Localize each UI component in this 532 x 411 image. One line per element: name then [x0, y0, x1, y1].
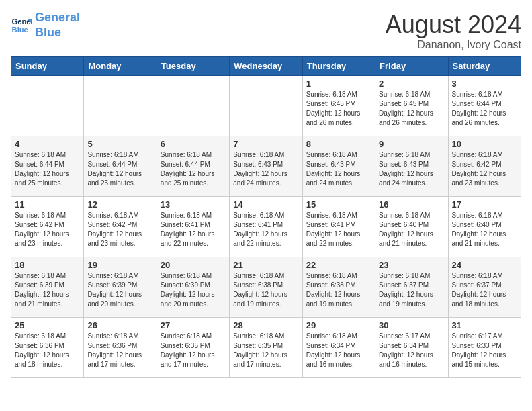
weekday-header: Tuesday	[157, 57, 229, 76]
calendar-cell: 2Sunrise: 6:18 AM Sunset: 6:45 PM Daylig…	[375, 76, 448, 136]
day-info: Sunrise: 6:18 AM Sunset: 6:45 PM Dayligh…	[306, 90, 371, 128]
day-info: Sunrise: 6:18 AM Sunset: 6:39 PM Dayligh…	[161, 271, 226, 309]
calendar-cell: 23Sunrise: 6:18 AM Sunset: 6:37 PM Dayli…	[375, 257, 448, 318]
day-number: 8	[306, 139, 371, 149]
day-info: Sunrise: 6:18 AM Sunset: 6:35 PM Dayligh…	[161, 332, 226, 369]
calendar-cell: 10Sunrise: 6:18 AM Sunset: 6:42 PM Dayli…	[448, 136, 521, 197]
day-info: Sunrise: 6:17 AM Sunset: 6:34 PM Dayligh…	[379, 332, 444, 369]
day-info: Sunrise: 6:18 AM Sunset: 6:44 PM Dayligh…	[452, 90, 517, 128]
calendar-cell: 18Sunrise: 6:18 AM Sunset: 6:39 PM Dayli…	[11, 257, 84, 318]
weekday-header: Wednesday	[230, 57, 302, 76]
day-number: 12	[87, 199, 152, 210]
weekday-header: Monday	[84, 57, 157, 76]
location: Dananon, Ivory Coast	[386, 39, 521, 51]
svg-text:General: General	[12, 17, 32, 26]
calendar-cell: 8Sunrise: 6:18 AM Sunset: 6:43 PM Daylig…	[302, 136, 375, 197]
day-number: 23	[379, 260, 444, 270]
day-info: Sunrise: 6:18 AM Sunset: 6:38 PM Dayligh…	[233, 271, 298, 309]
day-number: 7	[233, 139, 298, 149]
calendar-cell: 7Sunrise: 6:18 AM Sunset: 6:43 PM Daylig…	[230, 136, 302, 197]
day-info: Sunrise: 6:18 AM Sunset: 6:43 PM Dayligh…	[379, 150, 444, 188]
calendar-cell: 11Sunrise: 6:18 AM Sunset: 6:42 PM Dayli…	[11, 197, 84, 257]
calendar-cell: 1Sunrise: 6:18 AM Sunset: 6:45 PM Daylig…	[302, 76, 375, 136]
calendar-cell	[157, 76, 229, 136]
calendar-header: SundayMondayTuesdayWednesdayThursdayFrid…	[11, 57, 521, 76]
day-info: Sunrise: 6:18 AM Sunset: 6:36 PM Dayligh…	[87, 332, 152, 369]
day-number: 24	[452, 260, 517, 270]
calendar-cell: 12Sunrise: 6:18 AM Sunset: 6:42 PM Dayli…	[84, 197, 157, 257]
calendar-cell: 29Sunrise: 6:18 AM Sunset: 6:34 PM Dayli…	[302, 318, 375, 378]
calendar-week-row: 4Sunrise: 6:18 AM Sunset: 6:44 PM Daylig…	[11, 136, 521, 197]
day-number: 16	[379, 199, 444, 210]
svg-text:Blue: Blue	[12, 25, 28, 33]
day-number: 11	[15, 199, 80, 210]
day-number: 15	[306, 199, 371, 210]
day-info: Sunrise: 6:18 AM Sunset: 6:42 PM Dayligh…	[87, 211, 152, 248]
day-info: Sunrise: 6:18 AM Sunset: 6:35 PM Dayligh…	[233, 332, 298, 369]
day-number: 1	[306, 79, 371, 89]
calendar-cell: 27Sunrise: 6:18 AM Sunset: 6:35 PM Dayli…	[157, 318, 229, 378]
day-number: 3	[452, 79, 517, 89]
day-info: Sunrise: 6:18 AM Sunset: 6:37 PM Dayligh…	[379, 271, 444, 309]
page-header: General Blue GeneralBlue August 2024 Dan…	[11, 11, 521, 51]
day-number: 17	[452, 199, 517, 210]
calendar-week-row: 1Sunrise: 6:18 AM Sunset: 6:45 PM Daylig…	[11, 76, 521, 136]
day-number: 27	[161, 320, 226, 330]
calendar-cell: 26Sunrise: 6:18 AM Sunset: 6:36 PM Dayli…	[84, 318, 157, 378]
weekday-header: Thursday	[302, 57, 375, 76]
month-title: August 2024	[386, 11, 521, 39]
day-info: Sunrise: 6:18 AM Sunset: 6:43 PM Dayligh…	[306, 150, 371, 188]
day-number: 19	[87, 260, 152, 270]
day-info: Sunrise: 6:18 AM Sunset: 6:40 PM Dayligh…	[452, 211, 517, 248]
day-info: Sunrise: 6:18 AM Sunset: 6:44 PM Dayligh…	[87, 150, 152, 188]
day-info: Sunrise: 6:18 AM Sunset: 6:39 PM Dayligh…	[15, 271, 80, 309]
day-info: Sunrise: 6:18 AM Sunset: 6:39 PM Dayligh…	[87, 271, 152, 309]
day-info: Sunrise: 6:17 AM Sunset: 6:33 PM Dayligh…	[452, 332, 517, 369]
calendar-cell: 24Sunrise: 6:18 AM Sunset: 6:37 PM Dayli…	[448, 257, 521, 318]
day-number: 10	[452, 139, 517, 149]
calendar-cell: 4Sunrise: 6:18 AM Sunset: 6:44 PM Daylig…	[11, 136, 84, 197]
calendar-table: SundayMondayTuesdayWednesdayThursdayFrid…	[11, 56, 521, 378]
calendar-cell: 13Sunrise: 6:18 AM Sunset: 6:41 PM Dayli…	[157, 197, 229, 257]
day-number: 29	[306, 320, 371, 330]
calendar-cell: 25Sunrise: 6:18 AM Sunset: 6:36 PM Dayli…	[11, 318, 84, 378]
calendar-cell: 14Sunrise: 6:18 AM Sunset: 6:41 PM Dayli…	[230, 197, 302, 257]
calendar-cell	[84, 76, 157, 136]
day-number: 13	[161, 199, 226, 210]
calendar-cell: 28Sunrise: 6:18 AM Sunset: 6:35 PM Dayli…	[230, 318, 302, 378]
day-info: Sunrise: 6:18 AM Sunset: 6:36 PM Dayligh…	[15, 332, 80, 369]
calendar-cell: 20Sunrise: 6:18 AM Sunset: 6:39 PM Dayli…	[157, 257, 229, 318]
day-number: 25	[15, 320, 80, 330]
day-info: Sunrise: 6:18 AM Sunset: 6:40 PM Dayligh…	[379, 211, 444, 248]
title-area: August 2024 Dananon, Ivory Coast	[386, 11, 521, 51]
calendar-cell: 16Sunrise: 6:18 AM Sunset: 6:40 PM Dayli…	[375, 197, 448, 257]
day-number: 20	[161, 260, 226, 270]
calendar-week-row: 25Sunrise: 6:18 AM Sunset: 6:36 PM Dayli…	[11, 318, 521, 378]
header-row: SundayMondayTuesdayWednesdayThursdayFrid…	[11, 57, 521, 76]
day-info: Sunrise: 6:18 AM Sunset: 6:43 PM Dayligh…	[233, 150, 298, 188]
day-number: 9	[379, 139, 444, 149]
weekday-header: Friday	[375, 57, 448, 76]
calendar-cell: 9Sunrise: 6:18 AM Sunset: 6:43 PM Daylig…	[375, 136, 448, 197]
calendar-cell: 17Sunrise: 6:18 AM Sunset: 6:40 PM Dayli…	[448, 197, 521, 257]
day-info: Sunrise: 6:18 AM Sunset: 6:41 PM Dayligh…	[306, 211, 371, 248]
day-info: Sunrise: 6:18 AM Sunset: 6:38 PM Dayligh…	[306, 271, 371, 309]
logo-text: GeneralBlue	[35, 11, 80, 40]
day-info: Sunrise: 6:18 AM Sunset: 6:44 PM Dayligh…	[15, 150, 80, 188]
calendar-body: 1Sunrise: 6:18 AM Sunset: 6:45 PM Daylig…	[11, 76, 521, 378]
weekday-header: Sunday	[11, 57, 84, 76]
calendar-cell: 21Sunrise: 6:18 AM Sunset: 6:38 PM Dayli…	[230, 257, 302, 318]
calendar-week-row: 11Sunrise: 6:18 AM Sunset: 6:42 PM Dayli…	[11, 197, 521, 257]
day-info: Sunrise: 6:18 AM Sunset: 6:44 PM Dayligh…	[161, 150, 226, 188]
calendar-cell	[230, 76, 302, 136]
day-number: 14	[233, 199, 298, 210]
day-number: 28	[233, 320, 298, 330]
calendar-cell: 6Sunrise: 6:18 AM Sunset: 6:44 PM Daylig…	[157, 136, 229, 197]
calendar-week-row: 18Sunrise: 6:18 AM Sunset: 6:39 PM Dayli…	[11, 257, 521, 318]
day-number: 31	[452, 320, 517, 330]
day-number: 26	[87, 320, 152, 330]
logo-icon: General Blue	[11, 15, 32, 36]
day-number: 6	[161, 139, 226, 149]
day-number: 18	[15, 260, 80, 270]
day-info: Sunrise: 6:18 AM Sunset: 6:41 PM Dayligh…	[161, 211, 226, 248]
